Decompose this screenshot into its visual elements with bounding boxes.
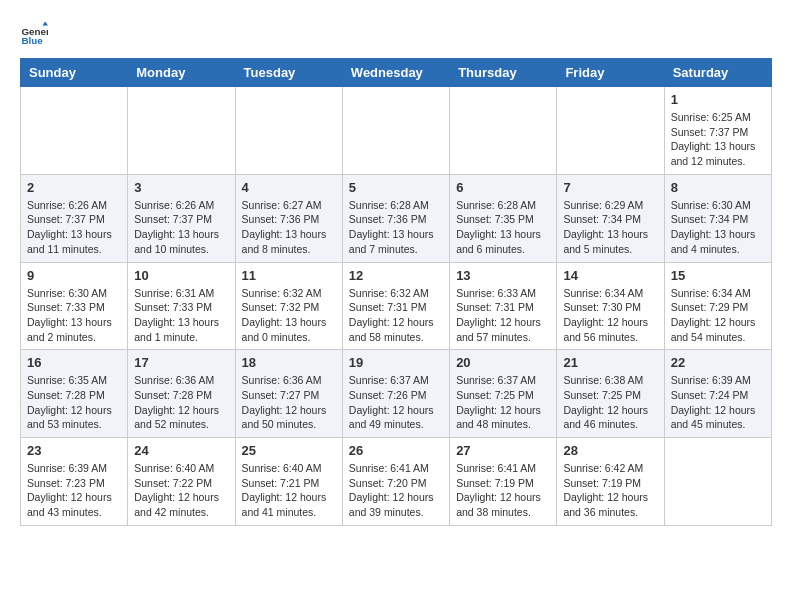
day-number: 24 bbox=[134, 443, 228, 458]
day-info: Sunrise: 6:33 AM Sunset: 7:31 PM Dayligh… bbox=[456, 286, 550, 345]
calendar-cell: 4Sunrise: 6:27 AM Sunset: 7:36 PM Daylig… bbox=[235, 174, 342, 262]
day-number: 11 bbox=[242, 268, 336, 283]
day-number: 1 bbox=[671, 92, 765, 107]
day-info: Sunrise: 6:36 AM Sunset: 7:27 PM Dayligh… bbox=[242, 373, 336, 432]
day-info: Sunrise: 6:37 AM Sunset: 7:25 PM Dayligh… bbox=[456, 373, 550, 432]
day-number: 5 bbox=[349, 180, 443, 195]
day-info: Sunrise: 6:39 AM Sunset: 7:23 PM Dayligh… bbox=[27, 461, 121, 520]
day-info: Sunrise: 6:26 AM Sunset: 7:37 PM Dayligh… bbox=[134, 198, 228, 257]
calendar-cell: 17Sunrise: 6:36 AM Sunset: 7:28 PM Dayli… bbox=[128, 350, 235, 438]
day-number: 22 bbox=[671, 355, 765, 370]
day-number: 17 bbox=[134, 355, 228, 370]
calendar-week-2: 2Sunrise: 6:26 AM Sunset: 7:37 PM Daylig… bbox=[21, 174, 772, 262]
day-number: 14 bbox=[563, 268, 657, 283]
calendar-cell bbox=[235, 87, 342, 175]
calendar-cell: 7Sunrise: 6:29 AM Sunset: 7:34 PM Daylig… bbox=[557, 174, 664, 262]
day-info: Sunrise: 6:30 AM Sunset: 7:33 PM Dayligh… bbox=[27, 286, 121, 345]
calendar-header-sunday: Sunday bbox=[21, 59, 128, 87]
calendar-cell: 27Sunrise: 6:41 AM Sunset: 7:19 PM Dayli… bbox=[450, 438, 557, 526]
day-number: 27 bbox=[456, 443, 550, 458]
day-number: 28 bbox=[563, 443, 657, 458]
day-number: 15 bbox=[671, 268, 765, 283]
day-number: 3 bbox=[134, 180, 228, 195]
calendar-week-4: 16Sunrise: 6:35 AM Sunset: 7:28 PM Dayli… bbox=[21, 350, 772, 438]
calendar-cell: 2Sunrise: 6:26 AM Sunset: 7:37 PM Daylig… bbox=[21, 174, 128, 262]
calendar-cell: 24Sunrise: 6:40 AM Sunset: 7:22 PM Dayli… bbox=[128, 438, 235, 526]
day-number: 20 bbox=[456, 355, 550, 370]
calendar-week-3: 9Sunrise: 6:30 AM Sunset: 7:33 PM Daylig… bbox=[21, 262, 772, 350]
calendar-cell bbox=[21, 87, 128, 175]
day-number: 13 bbox=[456, 268, 550, 283]
calendar-header-thursday: Thursday bbox=[450, 59, 557, 87]
day-info: Sunrise: 6:40 AM Sunset: 7:22 PM Dayligh… bbox=[134, 461, 228, 520]
calendar-cell: 26Sunrise: 6:41 AM Sunset: 7:20 PM Dayli… bbox=[342, 438, 449, 526]
day-info: Sunrise: 6:38 AM Sunset: 7:25 PM Dayligh… bbox=[563, 373, 657, 432]
calendar-cell: 19Sunrise: 6:37 AM Sunset: 7:26 PM Dayli… bbox=[342, 350, 449, 438]
calendar-cell: 9Sunrise: 6:30 AM Sunset: 7:33 PM Daylig… bbox=[21, 262, 128, 350]
calendar-cell: 10Sunrise: 6:31 AM Sunset: 7:33 PM Dayli… bbox=[128, 262, 235, 350]
day-number: 4 bbox=[242, 180, 336, 195]
calendar-cell: 16Sunrise: 6:35 AM Sunset: 7:28 PM Dayli… bbox=[21, 350, 128, 438]
day-info: Sunrise: 6:40 AM Sunset: 7:21 PM Dayligh… bbox=[242, 461, 336, 520]
calendar-cell: 14Sunrise: 6:34 AM Sunset: 7:30 PM Dayli… bbox=[557, 262, 664, 350]
calendar-cell: 12Sunrise: 6:32 AM Sunset: 7:31 PM Dayli… bbox=[342, 262, 449, 350]
svg-marker-2 bbox=[42, 21, 48, 25]
day-number: 18 bbox=[242, 355, 336, 370]
calendar-week-5: 23Sunrise: 6:39 AM Sunset: 7:23 PM Dayli… bbox=[21, 438, 772, 526]
day-number: 16 bbox=[27, 355, 121, 370]
day-info: Sunrise: 6:42 AM Sunset: 7:19 PM Dayligh… bbox=[563, 461, 657, 520]
calendar-cell: 11Sunrise: 6:32 AM Sunset: 7:32 PM Dayli… bbox=[235, 262, 342, 350]
day-info: Sunrise: 6:31 AM Sunset: 7:33 PM Dayligh… bbox=[134, 286, 228, 345]
calendar-header-tuesday: Tuesday bbox=[235, 59, 342, 87]
logo-icon: General Blue bbox=[20, 20, 48, 48]
calendar-cell: 8Sunrise: 6:30 AM Sunset: 7:34 PM Daylig… bbox=[664, 174, 771, 262]
day-number: 10 bbox=[134, 268, 228, 283]
day-number: 19 bbox=[349, 355, 443, 370]
calendar-cell: 25Sunrise: 6:40 AM Sunset: 7:21 PM Dayli… bbox=[235, 438, 342, 526]
day-info: Sunrise: 6:41 AM Sunset: 7:20 PM Dayligh… bbox=[349, 461, 443, 520]
calendar-cell: 13Sunrise: 6:33 AM Sunset: 7:31 PM Dayli… bbox=[450, 262, 557, 350]
calendar-header-friday: Friday bbox=[557, 59, 664, 87]
calendar-cell: 18Sunrise: 6:36 AM Sunset: 7:27 PM Dayli… bbox=[235, 350, 342, 438]
day-info: Sunrise: 6:32 AM Sunset: 7:31 PM Dayligh… bbox=[349, 286, 443, 345]
logo: General Blue bbox=[20, 20, 52, 48]
day-number: 12 bbox=[349, 268, 443, 283]
day-info: Sunrise: 6:36 AM Sunset: 7:28 PM Dayligh… bbox=[134, 373, 228, 432]
day-number: 6 bbox=[456, 180, 550, 195]
day-number: 26 bbox=[349, 443, 443, 458]
day-number: 25 bbox=[242, 443, 336, 458]
calendar-cell: 3Sunrise: 6:26 AM Sunset: 7:37 PM Daylig… bbox=[128, 174, 235, 262]
day-info: Sunrise: 6:34 AM Sunset: 7:30 PM Dayligh… bbox=[563, 286, 657, 345]
day-number: 9 bbox=[27, 268, 121, 283]
day-number: 8 bbox=[671, 180, 765, 195]
day-info: Sunrise: 6:39 AM Sunset: 7:24 PM Dayligh… bbox=[671, 373, 765, 432]
svg-text:Blue: Blue bbox=[21, 35, 43, 46]
day-info: Sunrise: 6:37 AM Sunset: 7:26 PM Dayligh… bbox=[349, 373, 443, 432]
calendar-cell bbox=[128, 87, 235, 175]
calendar-cell bbox=[342, 87, 449, 175]
day-number: 7 bbox=[563, 180, 657, 195]
calendar-cell: 15Sunrise: 6:34 AM Sunset: 7:29 PM Dayli… bbox=[664, 262, 771, 350]
header: General Blue bbox=[20, 20, 772, 48]
calendar-header-wednesday: Wednesday bbox=[342, 59, 449, 87]
calendar-header-row: SundayMondayTuesdayWednesdayThursdayFrid… bbox=[21, 59, 772, 87]
day-info: Sunrise: 6:28 AM Sunset: 7:35 PM Dayligh… bbox=[456, 198, 550, 257]
calendar-cell: 6Sunrise: 6:28 AM Sunset: 7:35 PM Daylig… bbox=[450, 174, 557, 262]
day-number: 21 bbox=[563, 355, 657, 370]
calendar-cell bbox=[450, 87, 557, 175]
calendar-cell bbox=[664, 438, 771, 526]
calendar-table: SundayMondayTuesdayWednesdayThursdayFrid… bbox=[20, 58, 772, 526]
calendar-cell bbox=[557, 87, 664, 175]
day-info: Sunrise: 6:29 AM Sunset: 7:34 PM Dayligh… bbox=[563, 198, 657, 257]
day-number: 2 bbox=[27, 180, 121, 195]
calendar-cell: 22Sunrise: 6:39 AM Sunset: 7:24 PM Dayli… bbox=[664, 350, 771, 438]
day-info: Sunrise: 6:26 AM Sunset: 7:37 PM Dayligh… bbox=[27, 198, 121, 257]
calendar-cell: 20Sunrise: 6:37 AM Sunset: 7:25 PM Dayli… bbox=[450, 350, 557, 438]
day-info: Sunrise: 6:30 AM Sunset: 7:34 PM Dayligh… bbox=[671, 198, 765, 257]
day-info: Sunrise: 6:27 AM Sunset: 7:36 PM Dayligh… bbox=[242, 198, 336, 257]
calendar-week-1: 1Sunrise: 6:25 AM Sunset: 7:37 PM Daylig… bbox=[21, 87, 772, 175]
day-info: Sunrise: 6:41 AM Sunset: 7:19 PM Dayligh… bbox=[456, 461, 550, 520]
calendar-cell: 28Sunrise: 6:42 AM Sunset: 7:19 PM Dayli… bbox=[557, 438, 664, 526]
day-info: Sunrise: 6:25 AM Sunset: 7:37 PM Dayligh… bbox=[671, 110, 765, 169]
day-info: Sunrise: 6:34 AM Sunset: 7:29 PM Dayligh… bbox=[671, 286, 765, 345]
